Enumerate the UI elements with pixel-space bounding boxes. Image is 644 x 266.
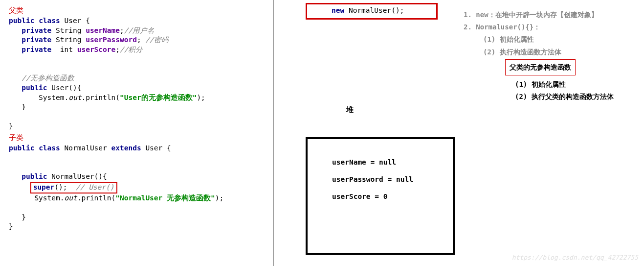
parent-constructor-title-box: 父类的无参构造函数 [505,59,576,75]
keyword-class: class [39,144,60,152]
code-text: NormalUser(); [344,6,404,14]
note-item-2: 2. Normaluser(){}： [464,21,640,33]
field-out: out [65,194,77,202]
note-item-2a: (1) 初始化属性 [483,33,640,46]
parent-class-code: public class User { private String userN… [9,16,268,131]
code-text: ; [137,36,145,44]
code-text: } [22,103,26,111]
comment-user: // User() [76,183,114,191]
note-item-2b: (2) 执行构造函数方法体 [483,46,640,58]
code-text: (); [54,183,76,191]
vertical-divider [273,0,274,266]
keyword-new: new [332,6,344,14]
string-literal: "NormalUser 无参构造函数" [115,194,215,202]
heap-label: 堆 [346,105,354,115]
string-literal: "User的无参构造函数" [120,94,197,101]
heap-field-userscore: userScore = 0 [332,188,448,205]
comment: //积分 [120,46,143,53]
note-sub-2: (2) 执行父类的构造函数方法体 [515,91,640,103]
keyword-public: public [22,172,47,180]
keyword-class: class [39,17,60,24]
field-username: userName [86,26,120,34]
code-text: } [9,222,13,230]
code-text: System. [34,194,64,202]
comment: //密码 [145,36,168,44]
code-text: ; [120,26,124,34]
code-text: User(){ [47,84,82,92]
keyword-public: public [9,17,34,24]
field-userpassword: userPassword [86,36,137,44]
super-call-highlight: super(); // User() [30,182,117,193]
heap-field-userpassword: userPassword = null [332,171,448,188]
keyword-public: public [9,144,34,152]
field-out: out [68,94,81,101]
code-text: .println( [81,94,120,101]
keyword-private: private [22,36,51,44]
comment-noarg: //无参构造函数 [22,74,74,82]
watermark: https://blog.csdn.net/qq_42722755 [512,254,638,261]
notes-panel: 1. new：在堆中开辟一块内存【创建对象】 2. Normaluser(){}… [464,9,640,103]
child-class-code: public class NormalUser extends User { p… [9,144,268,232]
keyword-extends: extends [111,144,141,152]
code-text: ); [197,94,205,101]
note-item-1: 1. new：在堆中开辟一块内存【创建对象】 [464,9,640,21]
code-text: NormalUser [60,144,111,152]
parent-class-label: 父类 [9,6,268,15]
code-text: String [51,36,86,44]
note-sub-1: (1) 初始化属性 [515,78,640,91]
code-text: String [51,26,86,34]
left-code-panel: 父类 public class User { private String us… [9,4,268,232]
code-text: int [51,46,77,53]
code-text: } [22,213,26,221]
code-text: ; [115,46,120,53]
heap-field-username: userName = null [332,154,448,171]
keyword-private: private [22,26,51,34]
keyword-super: super [33,183,55,191]
heap-memory-box: userName = null userPassword = null user… [306,137,455,255]
code-text: System. [39,94,68,101]
code-text: User { [141,144,171,152]
new-expression-box: new NormalUser(); [306,3,438,20]
code-text: .println( [77,194,116,202]
child-class-label: 子类 [9,133,268,143]
field-userscore: userScore [77,46,116,53]
code-text: } [9,122,13,130]
keyword-public: public [22,84,47,92]
comment: //用户名 [124,26,155,34]
code-text: ); [215,194,223,202]
keyword-private: private [22,46,51,53]
code-text: User { [60,17,90,24]
code-text: NormalUser(){ [47,172,107,180]
